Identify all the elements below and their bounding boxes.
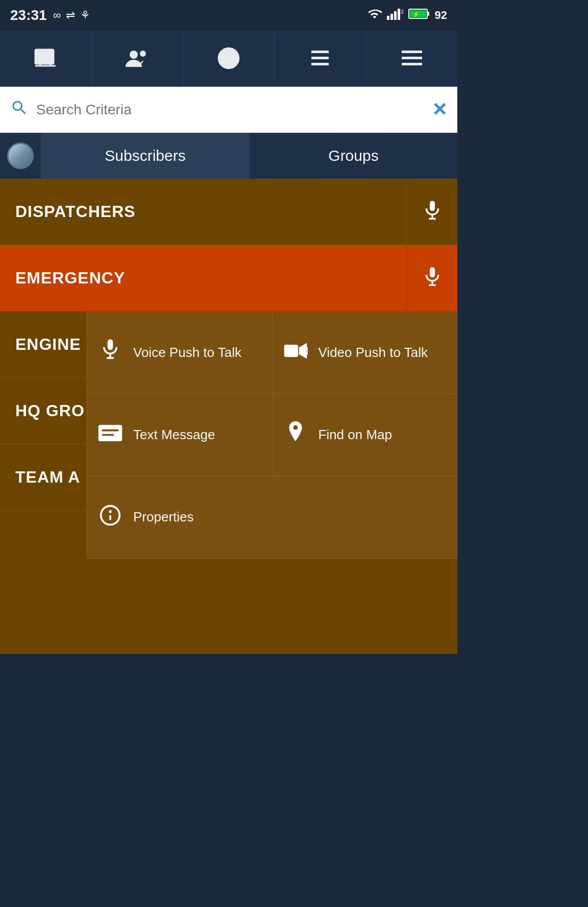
list-item-dispatchers[interactable]: DISPATCHERS — [0, 179, 457, 245]
context-row-3: Properties — [87, 476, 457, 558]
svg-rect-19 — [311, 51, 329, 53]
svg-point-16 — [224, 48, 234, 68]
context-row-2: Text Message Find on Map — [87, 394, 457, 476]
svg-text:3G: 3G — [401, 9, 403, 15]
list-item-emergency[interactable]: EMERGENCY — [0, 245, 457, 312]
svg-rect-22 — [402, 51, 422, 53]
svg-rect-23 — [402, 57, 422, 59]
svg-rect-0 — [387, 16, 389, 20]
video-ptt-label: Video Push to Talk — [318, 344, 428, 362]
context-row-1: Voice Push to Talk Video Push to Talk — [87, 312, 457, 394]
svg-rect-31 — [108, 339, 113, 350]
svg-rect-25 — [430, 201, 435, 211]
properties-label: Properties — [133, 509, 194, 526]
tab-subscribers[interactable]: Subscribers — [41, 133, 249, 179]
search-clear-button[interactable]: ✕ — [432, 99, 447, 121]
svg-rect-34 — [284, 345, 298, 357]
tab-bar: Subscribers Groups — [0, 133, 457, 179]
voice-ptt-icon — [97, 338, 123, 368]
svg-point-13 — [130, 51, 138, 59]
svg-rect-1 — [390, 14, 393, 20]
list-button[interactable] — [275, 31, 366, 86]
menu-button[interactable] — [366, 31, 457, 86]
search-input[interactable] — [36, 102, 424, 118]
context-menu: Voice Push to Talk Video Push to Talk — [87, 312, 457, 559]
status-right: 3G ⚡ 92 — [368, 7, 447, 24]
tab-toggle[interactable] — [0, 133, 41, 179]
svg-text:⚡: ⚡ — [412, 11, 420, 18]
voice-ptt-label: Voice Push to Talk — [133, 344, 241, 362]
battery-level: 92 — [435, 9, 447, 22]
infinity-icon: ∞ — [53, 9, 61, 22]
find-on-map-button[interactable]: Find on Map — [273, 394, 457, 476]
svg-rect-21 — [311, 63, 329, 65]
people-icon: ⚘ — [80, 9, 90, 22]
svg-point-14 — [140, 51, 146, 57]
svg-rect-3 — [398, 9, 400, 20]
contacts-button[interactable] — [91, 31, 183, 86]
list-area: DISPATCHERS EMERGENCY ENGINE HQ GRO — [0, 179, 457, 654]
toggle-circle-icon — [7, 142, 34, 169]
text-message-button[interactable]: Text Message — [87, 394, 273, 476]
properties-button[interactable]: Properties — [87, 476, 457, 558]
video-ptt-button[interactable]: Video Push to Talk — [273, 312, 457, 394]
signal-icon: 3G — [387, 7, 403, 24]
video-ptt-icon — [283, 341, 308, 366]
voice-ptt-button[interactable]: Voice Push to Talk — [87, 312, 273, 394]
status-left: 23:31 ∞ ⇌ ⚘ — [10, 7, 90, 23]
text-message-icon — [97, 423, 123, 448]
status-bar: 23:31 ∞ ⇌ ⚘ 3G ⚡ — [0, 0, 457, 31]
usb-icon: ⇌ — [66, 9, 75, 22]
tab-groups[interactable]: Groups — [249, 133, 457, 179]
status-time: 23:31 — [10, 7, 47, 23]
text-message-label: Text Message — [133, 426, 215, 444]
svg-rect-37 — [99, 424, 122, 441]
svg-rect-20 — [311, 57, 329, 59]
search-bar: ✕ — [0, 87, 457, 133]
find-on-map-label: Find on Map — [318, 426, 393, 444]
toolbar — [0, 31, 457, 87]
svg-rect-24 — [402, 63, 422, 65]
status-icons: ∞ ⇌ ⚘ — [53, 9, 91, 22]
map-button[interactable] — [183, 31, 275, 86]
emergency-label: EMERGENCY — [0, 269, 406, 288]
find-on-map-icon — [283, 420, 308, 450]
svg-rect-9 — [35, 50, 54, 64]
emergency-mic-button[interactable] — [406, 245, 457, 311]
svg-rect-6 — [427, 12, 429, 16]
wifi-icon — [368, 7, 382, 24]
svg-rect-2 — [394, 11, 397, 20]
search-icon — [10, 99, 29, 122]
dispatchers-mic-button[interactable] — [406, 179, 457, 245]
battery-icon: ⚡ — [408, 8, 430, 23]
svg-rect-28 — [430, 267, 435, 277]
dispatchers-label: DISPATCHERS — [0, 202, 406, 221]
properties-icon — [97, 504, 123, 531]
screen-button[interactable] — [0, 31, 91, 86]
